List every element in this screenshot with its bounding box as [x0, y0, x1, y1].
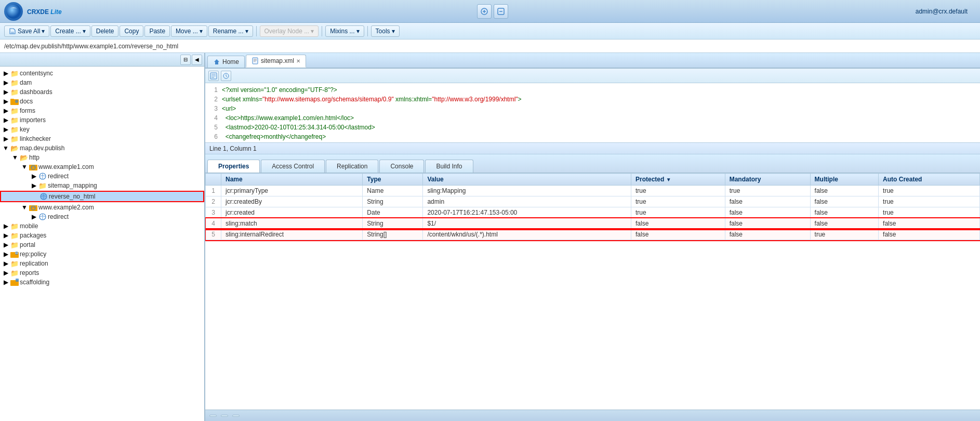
table-row[interactable]: 4 sling:match String $1/ false false fal… [206, 218, 980, 229]
tree-item-http[interactable]: ▼ 📂 http [0, 153, 204, 162]
tree-item-forms[interactable]: ▶ 📁 forms [0, 106, 204, 115]
col-header-type[interactable]: Type [363, 174, 423, 186]
code-editor[interactable]: 1 <?xml version="1.0" encoding="UTF-8"?>… [205, 83, 980, 143]
tree-item-scaffolding[interactable]: ▶ scaffolding [0, 278, 204, 287]
user-display: admin@crx.default [916, 8, 976, 15]
table-row[interactable]: 5 sling:internalRedirect String[] /conte… [206, 229, 980, 240]
toggle-linkchecker[interactable]: ▶ [2, 135, 9, 142]
tree-item-replication[interactable]: ▶ 📁 replication [0, 259, 204, 268]
toggle-reports[interactable]: ▶ [2, 269, 9, 277]
refresh-tree-button[interactable]: ◀ [192, 55, 202, 65]
paste-button[interactable]: Paste [144, 25, 170, 37]
toggle-importers[interactable]: ▶ [2, 116, 9, 124]
label-replication: replication [20, 260, 48, 267]
overlay-node-button[interactable]: Overlay Node ... ▾ [260, 25, 319, 37]
tree-item-dam[interactable]: ▶ 📁 dam [0, 78, 204, 87]
toggle-docs[interactable]: ▶ [2, 98, 9, 105]
tab-properties[interactable]: Properties [207, 160, 260, 173]
col-header-value[interactable]: Value [423, 174, 631, 186]
toggle-redirect2[interactable]: ▶ [30, 213, 37, 220]
col-header-protected[interactable]: Protected ▼ [631, 174, 725, 186]
tab-build-info[interactable]: Build Info [425, 160, 473, 173]
col-header-mandatory[interactable]: Mandatory [725, 174, 810, 186]
toggle-replication[interactable]: ▶ [2, 260, 9, 267]
tree-item-mapdevpublish[interactable]: ▼ 📂 map.dev.publish [0, 143, 204, 153]
col-header-name[interactable]: Name [221, 174, 363, 186]
tree-item-sitemap-mapping[interactable]: ▶ 📁 sitemap_mapping [0, 181, 204, 190]
toggle-portal[interactable]: ▶ [2, 241, 9, 248]
label-www-example1: www.example1.com [38, 163, 94, 170]
collapse-all-button[interactable]: ⊟ [180, 55, 191, 65]
editor-icon-1[interactable] [208, 71, 219, 81]
tab-access-control[interactable]: Access Control [261, 160, 325, 173]
cell-auto-created: false [879, 229, 980, 240]
move-button[interactable]: Move ... ▾ [171, 25, 207, 37]
properties-area: Properties Access Control Replication Co… [205, 154, 980, 410]
create-button[interactable]: Create ... ▾ [50, 25, 90, 37]
toggle-redirect1[interactable]: ▶ [30, 173, 37, 180]
cell-mandatory: true [725, 186, 810, 196]
cell-name: jcr:created [221, 207, 363, 218]
table-row[interactable]: 1 jcr:primaryType Name sling:Mapping tru… [206, 186, 980, 196]
tab-sitemap-xml[interactable]: sitemap.xml ✕ [246, 55, 306, 68]
toggle-rep-policy[interactable]: ▶ [2, 251, 9, 258]
tree-item-www-example2[interactable]: ▼ www.example2.com [0, 203, 204, 212]
table-row[interactable]: 3 jcr:created Date 2020-07-17T16:21:47.1… [206, 207, 980, 218]
tree-item-reverse-no-html[interactable]: reverse_no_html [0, 191, 204, 202]
tab-console[interactable]: Console [379, 160, 424, 173]
toggle-mapdevpublish[interactable]: ▼ [2, 144, 9, 152]
editor-icon-2[interactable] [221, 71, 231, 81]
toggle-packages[interactable]: ▶ [2, 232, 9, 239]
label-forms: forms [20, 107, 35, 114]
tree-item-linkchecker[interactable]: ▶ 📁 linkchecker [0, 134, 204, 143]
close-sitemap-tab[interactable]: ✕ [296, 58, 300, 64]
tree-item-packages[interactable]: ▶ 📁 packages [0, 231, 204, 240]
tree-item-importers[interactable]: ▶ 📁 importers [0, 115, 204, 125]
table-row[interactable]: 2 jcr:createdBy String admin true false … [206, 196, 980, 207]
tree-item-contentsync[interactable]: ▶ 📁 contentsync [0, 69, 204, 78]
cell-protected: true [631, 186, 725, 196]
tree-item-dashboards[interactable]: ▶ 📁 dashboards [0, 87, 204, 97]
label-redirect1: redirect [48, 173, 69, 180]
header-icon-1[interactable] [477, 4, 492, 19]
tools-button[interactable]: Tools ▾ [371, 25, 400, 37]
tree-item-rep-policy[interactable]: ▶ rep:policy [0, 249, 204, 259]
toggle-http[interactable]: ▼ [11, 154, 19, 161]
toggle-contentsync[interactable]: ▶ [2, 70, 9, 77]
toggle-www-example1[interactable]: ▼ [21, 163, 28, 170]
mixins-button[interactable]: Mixins ... ▾ [325, 25, 364, 37]
globe-icon-redirect1 [38, 172, 47, 180]
toggle-dam[interactable]: ▶ [2, 79, 9, 86]
tab-replication[interactable]: Replication [326, 160, 378, 173]
header-icon-2[interactable] [494, 4, 508, 19]
col-header-multiple[interactable]: Multiple [810, 174, 879, 186]
tree-item-key[interactable]: ▶ 📁 key [0, 125, 204, 134]
tree-item-redirect1[interactable]: ▶ redirect [0, 172, 204, 181]
cell-protected: true [631, 207, 725, 218]
toggle-dashboards[interactable]: ▶ [2, 88, 9, 96]
col-header-auto-created[interactable]: Auto Created [879, 174, 980, 186]
tree-item-docs[interactable]: ▶ docs [0, 97, 204, 106]
toggle-sitemap-mapping[interactable]: ▶ [30, 182, 37, 189]
label-mobile: mobile [20, 222, 38, 230]
toggle-www-example2[interactable]: ▼ [21, 204, 28, 211]
copy-button[interactable]: Copy [120, 25, 143, 37]
tree-item-mobile[interactable]: ▶ 📁 mobile [0, 221, 204, 231]
cell-num: 3 [206, 207, 221, 218]
rename-button[interactable]: Rename ... ▾ [208, 25, 253, 37]
editor-status-bar: Line 1, Column 1 [205, 143, 980, 154]
cell-name: jcr:createdBy [221, 196, 363, 207]
delete-button[interactable]: Delete [91, 25, 119, 37]
toggle-forms[interactable]: ▶ [2, 107, 9, 114]
tree-item-redirect2[interactable]: ▶ redirect [0, 212, 204, 221]
toggle-key[interactable]: ▶ [2, 126, 9, 133]
tab-home[interactable]: Home [207, 56, 245, 68]
toggle-reverse-no-html[interactable] [31, 193, 38, 200]
tree-item-reports[interactable]: ▶ 📁 reports [0, 268, 204, 278]
tree-item-www-example1[interactable]: ▼ www.example1.com [0, 162, 204, 172]
label-portal: portal [20, 241, 35, 248]
tree-item-portal[interactable]: ▶ 📁 portal [0, 240, 204, 249]
save-all-button[interactable]: Save All ▾ [4, 25, 49, 37]
toggle-mobile[interactable]: ▶ [2, 222, 9, 230]
toggle-scaffolding[interactable]: ▶ [2, 279, 9, 286]
